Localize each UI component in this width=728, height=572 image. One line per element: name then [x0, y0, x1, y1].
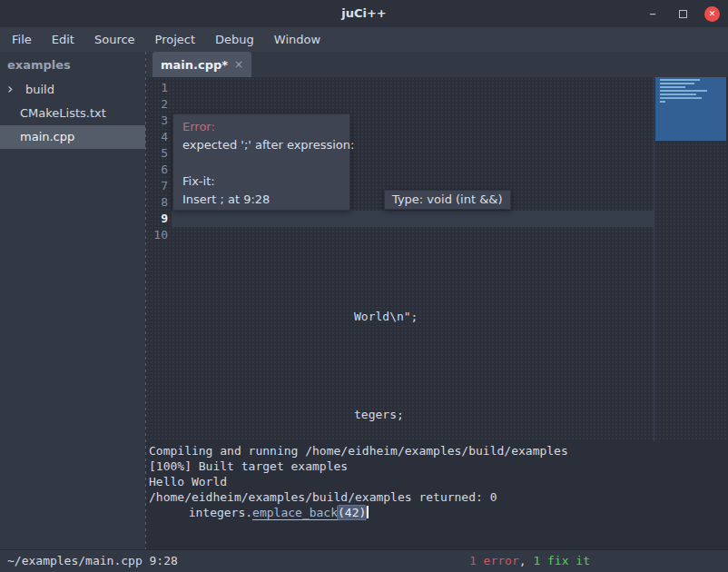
- minimap-overview[interactable]: [655, 77, 726, 141]
- terminal-line: /home/eidheim/examples/build/examples re…: [149, 489, 728, 505]
- line-number: 1: [146, 80, 168, 96]
- window-controls: – ✕: [644, 0, 720, 27]
- error-message: expected ';' after expression:: [182, 136, 340, 154]
- minimap-line: [660, 79, 700, 81]
- menu-item-project[interactable]: Project: [145, 27, 205, 52]
- maximize-icon: [679, 10, 687, 18]
- menu-item-source[interactable]: Source: [84, 27, 145, 52]
- menu-item-edit[interactable]: Edit: [42, 27, 84, 52]
- minimize-button[interactable]: –: [644, 5, 661, 22]
- minimap-line: [660, 94, 696, 95]
- line-number: 10: [146, 227, 168, 243]
- line-number: 5: [146, 145, 168, 162]
- line-number: 7: [146, 178, 168, 194]
- line-number: 3: [146, 113, 168, 129]
- type-info: Type: void (int &&): [392, 192, 503, 206]
- fixit-label: Fix-it:: [182, 173, 340, 191]
- error-label: Error:: [182, 118, 340, 136]
- menu-item-window[interactable]: Window: [264, 27, 330, 52]
- line-number: 8: [146, 194, 168, 211]
- diagnostics-summary: 1 error, 1 fix it: [469, 550, 590, 572]
- code-line-7: tegers;: [174, 407, 728, 423]
- tab-main-cpp[interactable]: main.cpp* ×: [152, 52, 251, 77]
- file-tree-panel: examples › build CMakeLists.txt main.cpp: [0, 52, 145, 549]
- code-fragment: World\n";: [354, 309, 418, 325]
- minimap-line: [660, 83, 694, 84]
- fixit-message: Insert ; at 9:28: [182, 191, 340, 209]
- terminal-line: Compiling and running /home/eidheim/exam…: [149, 443, 728, 459]
- code-line-4: [174, 260, 728, 276]
- tab-close-icon[interactable]: ×: [234, 58, 243, 71]
- minimize-icon: –: [649, 5, 656, 22]
- terminal-line: Hello World: [149, 474, 728, 489]
- cursor-location: ~/examples/main.cpp 9:28: [7, 550, 178, 572]
- chevron-right-icon: ›: [7, 77, 13, 101]
- line-number: 4: [146, 129, 168, 145]
- code-fragment: tegers;: [354, 407, 404, 423]
- minimap-line: [660, 90, 707, 92]
- fixit-count: 1 fix it: [533, 554, 590, 567]
- tab-bar: main.cpp* ×: [146, 52, 728, 77]
- tooltip-spacer: [182, 154, 340, 173]
- close-icon: ✕: [709, 9, 716, 18]
- project-name: examples: [0, 52, 145, 78]
- tree-item-label: build: [25, 83, 54, 96]
- maximize-button[interactable]: [674, 5, 691, 22]
- diagnostic-tooltip: Error: expected ';' after expression: Fi…: [172, 113, 350, 211]
- close-button[interactable]: ✕: [704, 6, 720, 22]
- menubar: File Edit Source Project Debug Window: [0, 27, 728, 52]
- error-count: 1 error: [469, 554, 519, 567]
- minimap-line: [660, 86, 685, 88]
- line-number-gutter: 1 2 3 4 5 6 7 8 9 10: [146, 80, 168, 243]
- menu-item-file[interactable]: File: [2, 27, 42, 52]
- tree-item-cmakelists[interactable]: CMakeLists.txt: [0, 102, 145, 125]
- menu-item-debug[interactable]: Debug: [205, 27, 264, 52]
- line-number: 2: [146, 96, 168, 113]
- code-line-6: [174, 358, 728, 374]
- tree-item-build[interactable]: › build: [0, 78, 145, 102]
- type-tooltip: Type: void (int &&): [384, 190, 511, 210]
- tree-item-label: CMakeLists.txt: [20, 106, 106, 120]
- tab-label: main.cpp*: [161, 58, 228, 72]
- line-number: 6: [146, 162, 168, 178]
- tree-item-maincpp[interactable]: main.cpp: [0, 125, 145, 149]
- summary-separator: ,: [519, 554, 534, 567]
- minimap-line: [660, 101, 665, 103]
- juci-window: juCi++ – ✕ File Edit Source Project Debu…: [0, 0, 728, 572]
- line-number-current: 9: [146, 211, 168, 227]
- code-line-3: [174, 211, 728, 227]
- window-title: juCi++: [0, 0, 728, 27]
- minimap-line: [660, 97, 702, 99]
- tree-item-label: main.cpp: [20, 130, 74, 143]
- terminal-line: [100%] Built target examples: [149, 459, 728, 474]
- code-line-5: World\n";: [174, 309, 728, 325]
- terminal-output[interactable]: Compiling and running /home/eidheim/exam…: [146, 441, 728, 549]
- titlebar: juCi++ – ✕: [0, 0, 728, 27]
- status-bar: ~/examples/main.cpp 9:28 1 error, 1 fix …: [0, 549, 728, 572]
